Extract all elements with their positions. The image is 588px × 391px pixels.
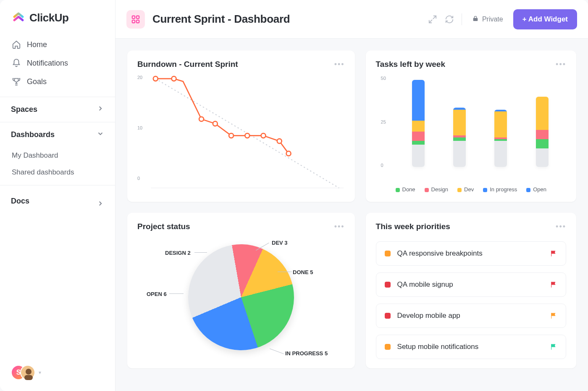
svg-point-14 (261, 133, 266, 138)
clickup-logo-icon (12, 11, 25, 24)
refresh-icon[interactable] (445, 15, 454, 24)
priority-item[interactable]: QA mobile signup (376, 272, 566, 297)
brand-name: ClickUp (29, 11, 68, 24)
widget-title: Tasks left by week (376, 60, 445, 69)
sidebar: ClickUp Home Notifications Goals (0, 0, 116, 391)
priority-label: Develop mobile app (397, 312, 460, 320)
bar (494, 110, 507, 167)
axis-tick: 50 (381, 76, 386, 81)
more-icon[interactable]: ••• (334, 60, 345, 69)
more-icon[interactable]: ••• (556, 60, 566, 69)
visibility-indicator[interactable]: Private (470, 15, 506, 24)
main: Current Sprint - Dashboard Private + Add… (116, 0, 588, 391)
flag-icon (550, 312, 557, 320)
sidebar-item-shared-dashboards[interactable]: Shared dashboards (6, 164, 109, 181)
legend-item: Design (425, 186, 448, 193)
svg-point-13 (245, 133, 249, 138)
expand-icon[interactable] (428, 15, 437, 24)
widget-project-status: Project status ••• DESIGN 2 DEV 3 DONE 5… (127, 213, 355, 368)
svg-point-9 (172, 77, 176, 81)
axis-tick: 25 (381, 119, 386, 124)
sidebar-item-my-dashboard[interactable]: My Dashboard (6, 147, 109, 164)
priority-label: QA mobile signup (397, 280, 453, 289)
section-dashboards[interactable]: Dashboards (0, 122, 115, 147)
page-title: Current Sprint - Dashboard (152, 13, 290, 26)
dashboard-board: Burndown - Current Sprint ••• 20 10 0 (116, 39, 588, 391)
bell-icon (12, 58, 21, 68)
axis-tick: 10 (137, 125, 142, 130)
home-icon (12, 40, 21, 49)
pie-label: IN PROGRESS 5 (285, 350, 328, 357)
trophy-icon (12, 77, 21, 86)
section-docs[interactable]: Docs (0, 185, 115, 217)
sidebar-item-notifications[interactable]: Notifications (6, 54, 109, 72)
widget-title: This week priorities (376, 222, 450, 231)
sidebar-item-label: Home (27, 40, 47, 49)
widget-burndown: Burndown - Current Sprint ••• 20 10 0 (127, 50, 355, 202)
widget-title: Project status (137, 222, 190, 231)
widget-priorities: This week priorities ••• QA responsive b… (366, 213, 576, 368)
sidebar-item-label: Goals (27, 77, 47, 86)
avatar-stack: S (11, 365, 35, 380)
sidebar-item-home[interactable]: Home (6, 35, 109, 54)
section-spaces[interactable]: Spaces (0, 97, 115, 122)
flag-icon (550, 281, 557, 288)
user-avatar (20, 365, 35, 380)
nav-primary: Home Notifications Goals (0, 33, 115, 97)
priority-list: QA responsive breakpointsQA mobile signu… (376, 241, 566, 359)
flag-icon (550, 250, 557, 257)
priority-item[interactable]: Setup mobile notifications (376, 335, 566, 359)
svg-point-0 (26, 369, 32, 375)
sidebar-item-goals[interactable]: Goals (6, 72, 109, 91)
svg-rect-5 (136, 20, 139, 22)
svg-rect-4 (132, 20, 135, 22)
axis-tick: 20 (137, 75, 142, 80)
bar (536, 97, 549, 167)
svg-point-11 (213, 122, 218, 126)
lock-icon (472, 15, 479, 24)
svg-rect-2 (132, 16, 135, 18)
topbar: Current Sprint - Dashboard Private + Add… (116, 0, 588, 39)
svg-rect-3 (136, 16, 139, 18)
legend-item: In progress (483, 186, 517, 193)
svg-rect-1 (24, 375, 33, 380)
svg-point-16 (286, 151, 291, 156)
status-icon (385, 344, 391, 350)
sidebar-item-label: Notifications (27, 59, 68, 68)
svg-point-15 (277, 139, 282, 143)
svg-point-12 (229, 133, 234, 138)
priority-label: QA responsive breakpoints (397, 249, 483, 258)
axis-tick: 0 (381, 163, 383, 168)
dashboard-icon (126, 10, 145, 29)
priority-item[interactable]: Develop mobile app (376, 304, 566, 328)
widget-tasks-by-week: Tasks left by week ••• 50 25 0 Done Des (366, 50, 576, 202)
more-icon[interactable]: ••• (556, 222, 566, 231)
pie-label: DESIGN 2 (165, 250, 191, 256)
user-switcher[interactable]: S ▾ (11, 365, 41, 380)
brand[interactable]: ClickUp (0, 0, 115, 33)
pie-label: OPEN 6 (147, 291, 167, 297)
add-widget-button[interactable]: + Add Widget (513, 9, 577, 29)
priority-label: Setup mobile notifications (397, 343, 479, 351)
pie-label: DONE 5 (293, 269, 313, 275)
more-icon[interactable]: ••• (334, 222, 345, 231)
chevron-right-icon (97, 200, 104, 209)
bar (412, 80, 425, 167)
section-label: Spaces (11, 105, 37, 114)
dashboards-sublist: My Dashboard Shared dashboards (0, 147, 115, 185)
svg-point-8 (153, 77, 158, 81)
chevron-down-icon: ▾ (39, 370, 41, 375)
status-icon (385, 282, 391, 288)
section-label: Dashboards (11, 130, 55, 139)
flag-icon (550, 343, 557, 351)
legend-item: Open (526, 186, 546, 193)
burndown-chart: 20 10 0 (137, 73, 345, 193)
divider (462, 13, 462, 25)
legend-item: Dev (457, 186, 474, 193)
chevron-right-icon (97, 105, 104, 114)
status-icon (385, 313, 391, 319)
priority-item[interactable]: QA responsive breakpoints (376, 241, 566, 266)
pie-label: DEV 3 (272, 240, 288, 246)
chart-legend: Done Design Dev In progress Open (376, 186, 566, 193)
chevron-down-icon (97, 130, 104, 140)
